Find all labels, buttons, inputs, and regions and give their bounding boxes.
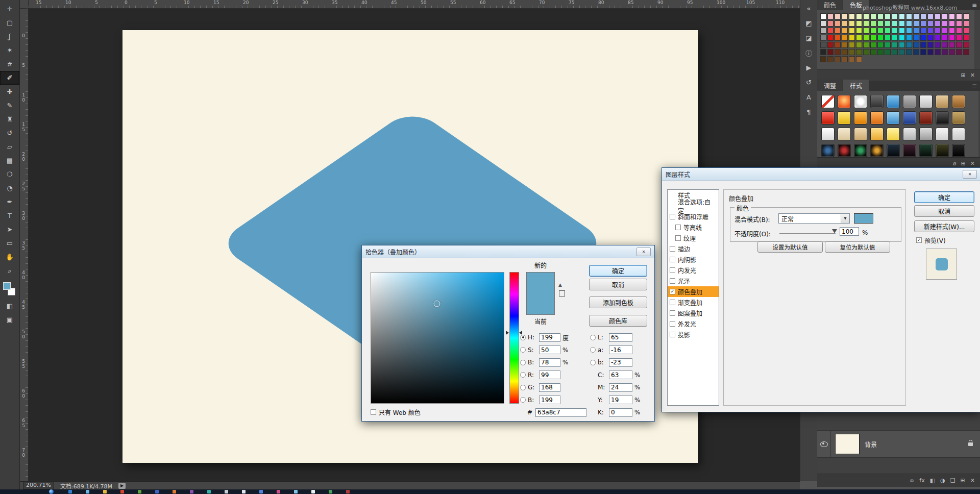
field-radio[interactable]: [520, 397, 526, 403]
opacity-slider-thumb[interactable]: [832, 229, 837, 233]
path-selection-tool[interactable]: ➤: [0, 223, 19, 236]
color-swatch[interactable]: [827, 35, 834, 41]
color-libraries-button[interactable]: 颜色库: [589, 315, 647, 327]
style-thumbnail[interactable]: [936, 128, 949, 141]
taskbar-app-icon[interactable]: [190, 490, 193, 493]
color-swatch[interactable]: [863, 35, 869, 41]
saturation-brightness-field[interactable]: [371, 272, 504, 404]
taskbar-app-icon[interactable]: [68, 490, 72, 493]
actions-panel-icon[interactable]: ▶: [800, 60, 817, 75]
ok-button[interactable]: 确定: [914, 191, 974, 203]
color-swatch[interactable]: [856, 35, 862, 41]
color-swatch[interactable]: [892, 42, 898, 48]
color-swatch[interactable]: [849, 35, 855, 41]
color-swatch[interactable]: [863, 20, 869, 27]
field-input[interactable]: [539, 333, 560, 342]
color-swatch[interactable]: [927, 20, 934, 27]
color-swatch[interactable]: [827, 13, 834, 19]
color-swatch[interactable]: [949, 49, 955, 55]
layer-group-icon[interactable]: ❑: [950, 477, 955, 484]
color-swatch[interactable]: [835, 20, 841, 27]
style-checkbox[interactable]: [670, 246, 675, 252]
color-swatch[interactable]: [906, 49, 912, 55]
color-swatch[interactable]: [885, 49, 891, 55]
style-thumbnail[interactable]: [887, 95, 900, 108]
web-safe-cube-icon[interactable]: [559, 290, 565, 297]
color-swatch[interactable]: [892, 13, 898, 19]
style-thumbnail[interactable]: [870, 128, 884, 141]
color-swatch[interactable]: [949, 13, 955, 19]
taskbar-app-icon[interactable]: [173, 490, 176, 493]
web-colors-checkbox[interactable]: [371, 409, 376, 415]
overlay-color-swatch[interactable]: [854, 213, 873, 224]
style-thumbnail[interactable]: [919, 144, 933, 157]
quick-mask-button[interactable]: ◧: [0, 299, 19, 313]
taskbar-app-icon[interactable]: [103, 490, 107, 493]
color-swatch[interactable]: [870, 42, 876, 48]
color-swatch[interactable]: [963, 13, 969, 19]
field-input[interactable]: [539, 358, 560, 367]
color-swatch[interactable]: [820, 56, 826, 62]
layer-thumbnail[interactable]: [835, 434, 860, 454]
color-swatch[interactable]: [913, 13, 919, 19]
color-swatch[interactable]: [885, 42, 891, 48]
color-swatch[interactable]: [849, 13, 855, 19]
field-input[interactable]: [609, 370, 632, 379]
color-swatch[interactable]: [920, 35, 926, 41]
delete-layer-icon[interactable]: ✕: [970, 477, 975, 484]
color-swatch[interactable]: [877, 13, 884, 19]
layer-style-list-item[interactable]: 图案叠加: [668, 308, 719, 318]
color-swatch[interactable]: [827, 42, 834, 48]
field-input[interactable]: [609, 333, 632, 342]
color-swatch[interactable]: [856, 13, 862, 19]
taskbar-app-icon[interactable]: [207, 490, 211, 493]
color-swatch[interactable]: [877, 42, 884, 48]
style-thumbnail[interactable]: [854, 111, 867, 125]
color-swatch[interactable]: [863, 28, 869, 34]
style-thumbnail[interactable]: [887, 144, 900, 157]
field-radio[interactable]: [520, 360, 526, 365]
new-style-button[interactable]: 新建样式(W)...: [914, 220, 974, 232]
color-swatch[interactable]: [963, 35, 969, 41]
style-checkbox[interactable]: [670, 289, 675, 294]
color-swatch[interactable]: [849, 28, 855, 34]
style-thumbnail[interactable]: [854, 95, 867, 108]
info-panel-icon[interactable]: ⓘ: [800, 45, 817, 60]
style-thumbnail[interactable]: [903, 111, 916, 125]
color-swatch[interactable]: [842, 42, 848, 48]
color-swatch[interactable]: [835, 13, 841, 19]
color-swatch[interactable]: [892, 20, 898, 27]
style-thumbnail[interactable]: [821, 111, 835, 125]
lasso-tool[interactable]: ʆ: [0, 30, 19, 43]
color-swatch[interactable]: [820, 13, 826, 19]
color-swatch[interactable]: [949, 28, 955, 34]
color-marker[interactable]: [433, 301, 440, 307]
color-swatch[interactable]: [899, 13, 905, 19]
taskbar-app-icon[interactable]: [329, 490, 332, 493]
style-checkbox[interactable]: [670, 214, 675, 219]
color-swatch[interactable]: [899, 49, 905, 55]
opacity-slider[interactable]: [779, 233, 836, 234]
color-swatch[interactable]: [892, 28, 898, 34]
field-input[interactable]: [539, 396, 560, 404]
style-thumbnail[interactable]: [952, 111, 965, 125]
dialog-titlebar[interactable]: 图层样式 ✕: [662, 168, 980, 181]
crop-tool[interactable]: #: [0, 57, 19, 71]
layer-style-list-item[interactable]: 颜色叠加: [668, 286, 719, 297]
style-checkbox[interactable]: [670, 310, 675, 316]
ok-button[interactable]: 确定: [589, 265, 647, 277]
marquee-tool[interactable]: ▢: [0, 16, 19, 30]
color-swatch[interactable]: [856, 56, 862, 62]
color-swatch[interactable]: [935, 13, 941, 19]
style-thumbnail[interactable]: [821, 128, 835, 141]
healing-brush-tool[interactable]: ✚: [0, 85, 19, 98]
color-swatch[interactable]: [885, 13, 891, 19]
color-swatch[interactable]: [856, 49, 862, 55]
color-swatch[interactable]: [870, 20, 876, 27]
field-radio[interactable]: [590, 335, 596, 340]
zoom-tool[interactable]: ⌕: [0, 264, 19, 278]
tab-styles[interactable]: 样式: [843, 80, 869, 91]
color-swatch[interactable]: [856, 28, 862, 34]
eyedropper-tool[interactable]: ✐: [0, 71, 19, 85]
panel-menu-icon[interactable]: ≡: [972, 82, 977, 89]
